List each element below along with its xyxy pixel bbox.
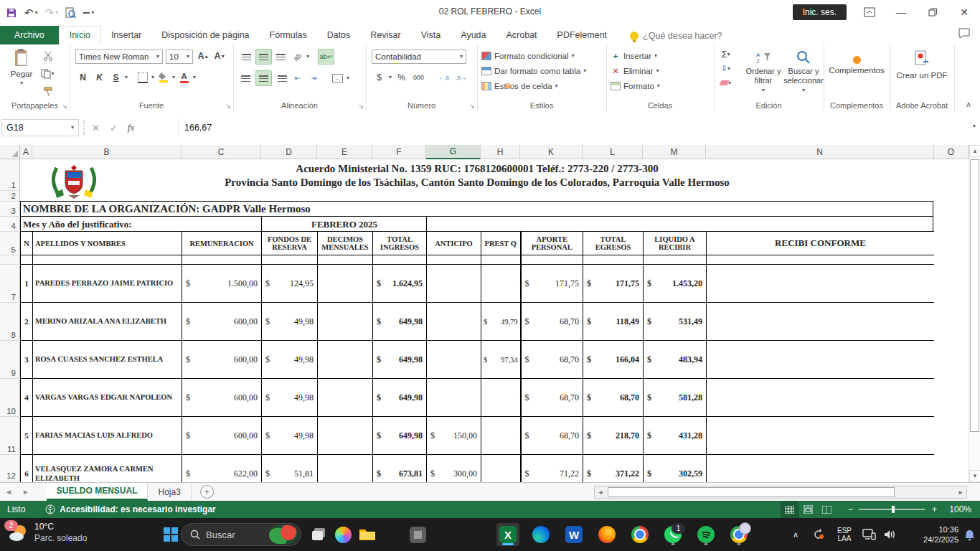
row-header-11[interactable]: 11 — [0, 417, 20, 455]
cell-remuneracion[interactable]: $600,00 — [182, 341, 262, 379]
cell-aporte[interactable]: $71,22 — [521, 455, 583, 483]
sheet-tab-hoja3[interactable]: Hoja3 — [148, 483, 191, 501]
cell-name[interactable]: VELASQUEZ ZAMORA CARMEN ELIZABETH — [33, 455, 182, 483]
file-explorer-icon[interactable] — [356, 523, 379, 546]
column-header-M[interactable]: M — [643, 145, 706, 159]
period-row[interactable]: Mes y Año del justificativo: FEBRERO 202… — [20, 216, 933, 232]
taskbar-clock[interactable]: 10:3624/2/2025 — [913, 524, 958, 545]
align-center-icon[interactable] — [255, 70, 272, 86]
empty-cell[interactable] — [182, 255, 262, 265]
cell-n[interactable]: 1 — [21, 265, 33, 303]
zoom-slider-thumb[interactable] — [892, 506, 895, 513]
weather-widget[interactable]: 2 10°CParc. soleado — [7, 522, 87, 544]
cell-fondos[interactable]: $124,95 — [262, 265, 318, 303]
cell-recibi[interactable] — [707, 303, 935, 341]
find-select-button[interactable]: Buscar y seleccionar▾ — [786, 46, 821, 93]
clipboard-dialog-launcher[interactable]: ↘ — [62, 103, 67, 110]
empty-cell[interactable] — [707, 255, 935, 265]
bold-button[interactable]: N — [75, 70, 90, 85]
payroll-table[interactable]: NAPELLIDOS Y NOMBRESREMUNERACIONFONDOS D… — [20, 231, 934, 482]
cell-aporte[interactable]: $68,70 — [521, 417, 583, 455]
excel-taskbar-icon[interactable]: X — [496, 523, 519, 546]
cell-remuneracion[interactable]: $600,00 — [182, 303, 262, 341]
print-preview-icon[interactable] — [65, 7, 76, 19]
cell-anticipo[interactable] — [427, 379, 481, 417]
cell-name[interactable]: VARGAS VARGAS EDGAR NAPOLEON — [33, 379, 182, 417]
align-left-icon[interactable] — [239, 71, 254, 85]
whatsapp-icon[interactable]: 1 — [661, 523, 684, 546]
column-header-O[interactable]: O — [934, 145, 969, 159]
cell-aporte[interactable]: $68,70 — [521, 379, 583, 417]
empty-cell[interactable] — [318, 255, 373, 265]
column-header-G[interactable]: G — [426, 145, 481, 159]
sign-in-button[interactable]: Inic. ses. — [793, 4, 847, 20]
column-header-L[interactable]: L — [583, 145, 643, 159]
ribbon-tab-archivo[interactable]: Archivo — [0, 26, 59, 44]
cell-decimos[interactable] — [318, 303, 373, 341]
zoom-level[interactable]: 100% — [944, 504, 971, 514]
delete-cells-button[interactable]: ✕ Eliminar▾ — [606, 63, 714, 78]
cell-recibi[interactable] — [707, 455, 935, 483]
normal-view-icon[interactable] — [781, 501, 799, 518]
cell-liquido[interactable]: $1.453,20 — [644, 265, 707, 303]
clear-icon[interactable]: ▾ — [718, 77, 733, 89]
cancel-entry-icon[interactable]: ✕ — [92, 123, 100, 133]
number-format-select[interactable]: Contabilidad▾ — [372, 50, 466, 64]
cell-egresos[interactable]: $218,70 — [583, 417, 644, 455]
cell-aporte[interactable]: $68,70 — [521, 303, 583, 341]
ribbon-tab-ayuda[interactable]: Ayuda — [451, 27, 496, 44]
cell-remuneracion[interactable]: $600,00 — [182, 379, 262, 417]
cut-icon[interactable] — [40, 49, 55, 63]
font-name-select[interactable]: Times New Roman▾ — [75, 50, 163, 64]
cell-decimos[interactable] — [318, 455, 373, 483]
notification-bell-icon[interactable] — [960, 523, 979, 546]
cell-liquido[interactable]: $581,28 — [644, 379, 707, 417]
format-painter-icon[interactable] — [40, 85, 55, 99]
cell-aporte[interactable]: $68,70 — [521, 341, 583, 379]
zoom-in-icon[interactable]: + — [932, 504, 937, 514]
empty-cell[interactable] — [481, 255, 521, 265]
cell-n[interactable]: 4 — [21, 379, 33, 417]
zoom-out-icon[interactable]: − — [848, 504, 853, 514]
sort-filter-button[interactable]: AZ Ordenar y filtrar▾ — [743, 46, 784, 93]
cell-n[interactable]: 6 — [21, 455, 33, 483]
cell-egresos[interactable]: $371,22 — [583, 455, 644, 483]
decrease-indent-icon[interactable]: ⇤ — [290, 71, 305, 85]
column-header-H[interactable]: H — [481, 145, 520, 159]
increase-indent-icon[interactable]: ⇥ — [306, 71, 321, 85]
name-box[interactable]: G18▾ — [1, 119, 79, 136]
header-cell[interactable]: N — [21, 232, 33, 255]
cell-ingresos[interactable]: $649,98 — [373, 341, 427, 379]
empty-cell[interactable] — [373, 255, 427, 265]
cell-n[interactable]: 3 — [21, 341, 33, 379]
cell-name[interactable]: FARIAS MACIAS LUIS ALFREDO — [33, 417, 182, 455]
cell-styles-button[interactable]: Estilos de celda▾ — [477, 78, 606, 93]
row-header-2[interactable]: 2 — [0, 191, 20, 202]
hscroll-right-icon[interactable]: ► — [955, 486, 966, 498]
cell-remuneracion[interactable]: $622,00 — [182, 455, 262, 483]
formula-bar-splitter[interactable] — [83, 121, 85, 135]
number-dialog-launcher[interactable]: ↘ — [469, 103, 475, 110]
scroll-up-icon[interactable]: ▲ — [969, 145, 980, 157]
column-header-B[interactable]: B — [32, 145, 182, 159]
row-header-12[interactable]: 12 — [0, 455, 20, 481]
customize-qat-icon[interactable]: ▾ — [83, 10, 94, 16]
decrease-font-icon[interactable]: A▼ — [212, 49, 227, 63]
font-color-icon[interactable]: A — [176, 70, 192, 85]
conditional-formatting-button[interactable]: Formato condicional▾ — [477, 48, 606, 63]
paste-button[interactable]: Pegar▾ — [6, 44, 37, 86]
formula-input[interactable]: 166,67 — [178, 119, 960, 136]
align-top-icon[interactable] — [239, 50, 254, 64]
cell-n[interactable]: 2 — [21, 303, 33, 341]
taskbar-search[interactable]: Buscar — [181, 523, 301, 546]
column-header-E[interactable]: E — [317, 145, 372, 159]
page-break-view-icon[interactable] — [818, 501, 837, 518]
addins-button[interactable]: Complementos — [826, 47, 887, 75]
cell-name[interactable]: ROSA CUASES SANCHEZ ESTHELA — [33, 341, 182, 379]
row-header-3[interactable]: 3 — [0, 202, 20, 217]
cell-prest[interactable] — [481, 379, 521, 417]
format-as-table-button[interactable]: Dar formato como tabla▾ — [477, 63, 606, 78]
copilot-icon[interactable] — [331, 523, 354, 546]
row-header-5[interactable]: 5 — [0, 232, 20, 255]
vertical-scroll-thumb[interactable] — [970, 159, 979, 432]
